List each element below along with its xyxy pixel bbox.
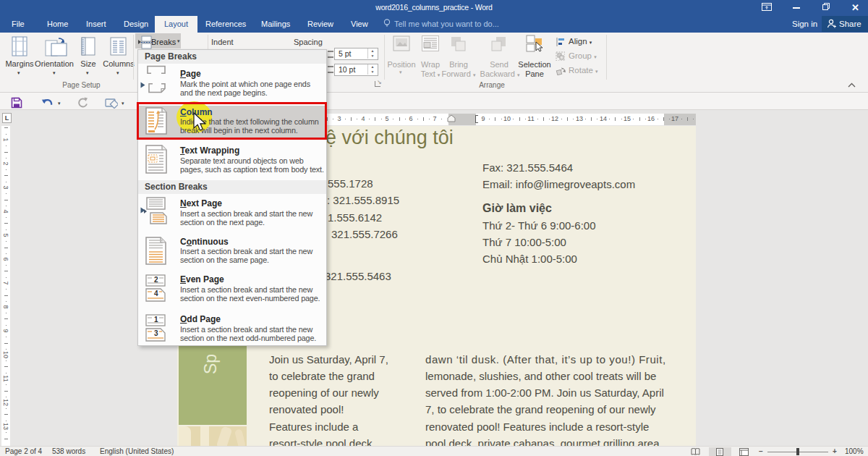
svg-text:3: 3 [154,329,158,337]
svg-text:2: 2 [154,276,158,284]
svg-text:1: 1 [154,316,158,324]
svg-text:4: 4 [154,290,158,297]
